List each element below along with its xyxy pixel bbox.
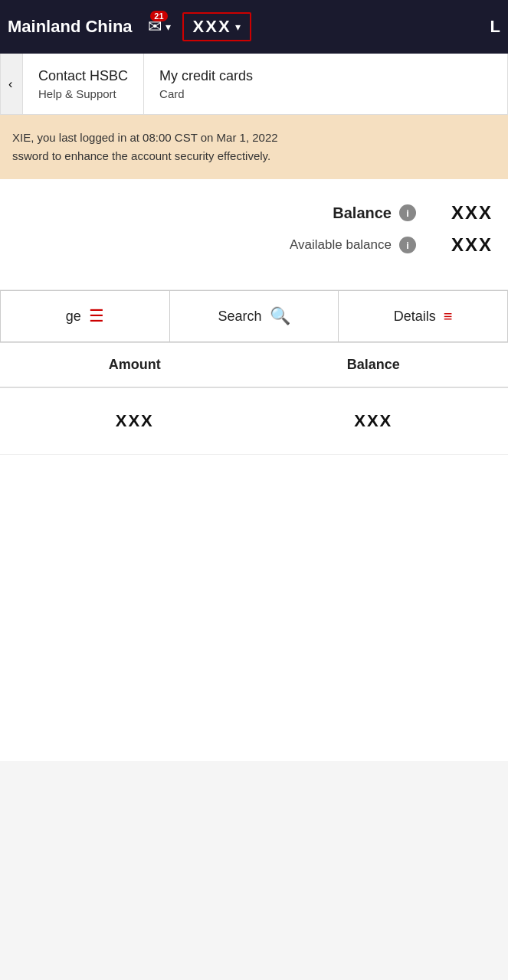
available-balance-info-icon[interactable]: i bbox=[399, 237, 416, 253]
available-balance-value: XXX bbox=[431, 234, 493, 256]
available-balance-label: Available balance bbox=[290, 237, 392, 253]
right-nav-letter: L bbox=[490, 17, 500, 37]
my-credit-cards-label: My credit cards bbox=[159, 68, 492, 84]
manage-icon: ☰ bbox=[89, 306, 104, 326]
balance-cell: XXX bbox=[254, 411, 493, 431]
alert-line-1: XIE, you last logged in at 08:00 CST on … bbox=[12, 129, 496, 147]
manage-label: ge bbox=[66, 309, 81, 325]
mail-notification[interactable]: ✉ 21 bbox=[148, 17, 162, 37]
card-label: Card bbox=[159, 87, 492, 100]
alert-line-2: ssword to enhance the account security e… bbox=[12, 147, 496, 165]
secondary-nav: ‹ Contact HSBC Help & Support My credit … bbox=[0, 54, 508, 115]
search-label: Search bbox=[218, 309, 261, 325]
user-section[interactable]: XXX ▾ bbox=[182, 12, 251, 41]
balance-section: Balance i XXX Available balance i XXX bbox=[0, 179, 508, 290]
my-credit-cards-nav-item[interactable]: My credit cards Card bbox=[144, 54, 508, 114]
back-button[interactable]: ‹ bbox=[0, 54, 23, 114]
balance-label: Balance bbox=[333, 204, 392, 222]
search-icon: 🔍 bbox=[270, 306, 290, 326]
help-support-label: Help & Support bbox=[38, 87, 128, 100]
top-nav-bar: Mainland China ✉ 21 ▾ XXX ▾ L bbox=[0, 0, 508, 54]
transactions-table: Amount Balance XXX XXX bbox=[0, 343, 508, 455]
region-label: Mainland China bbox=[8, 17, 140, 37]
contact-hsbc-label: Contact HSBC bbox=[38, 68, 128, 84]
balance-value: XXX bbox=[431, 202, 493, 224]
details-label: Details bbox=[394, 309, 436, 325]
back-arrow-icon: ‹ bbox=[8, 77, 15, 91]
user-dropdown-arrow[interactable]: ▾ bbox=[235, 21, 241, 33]
search-button[interactable]: Search 🔍 bbox=[169, 290, 339, 342]
amount-cell: XXX bbox=[15, 411, 254, 431]
mail-dropdown-arrow[interactable]: ▾ bbox=[166, 21, 171, 33]
details-button[interactable]: Details ≡ bbox=[338, 290, 508, 342]
action-buttons-row: ge ☰ Search 🔍 Details ≡ bbox=[0, 290, 508, 343]
contact-hsbc-nav-item[interactable]: Contact HSBC Help & Support bbox=[23, 54, 144, 114]
notification-badge: 21 bbox=[150, 11, 167, 21]
available-balance-row: Available balance i XXX bbox=[15, 234, 493, 256]
details-icon: ≡ bbox=[444, 308, 453, 325]
username-label: XXX bbox=[193, 17, 231, 37]
manage-button[interactable]: ge ☰ bbox=[0, 290, 169, 342]
alert-banner: XIE, you last logged in at 08:00 CST on … bbox=[0, 115, 508, 179]
table-header-row: Amount Balance bbox=[0, 343, 508, 388]
amount-column-header: Amount bbox=[15, 357, 254, 373]
bottom-space bbox=[0, 455, 508, 761]
balance-column-header: Balance bbox=[254, 357, 493, 373]
balance-row: Balance i XXX bbox=[15, 202, 493, 224]
table-row: XXX XXX bbox=[0, 388, 508, 455]
balance-info-icon[interactable]: i bbox=[399, 204, 416, 221]
